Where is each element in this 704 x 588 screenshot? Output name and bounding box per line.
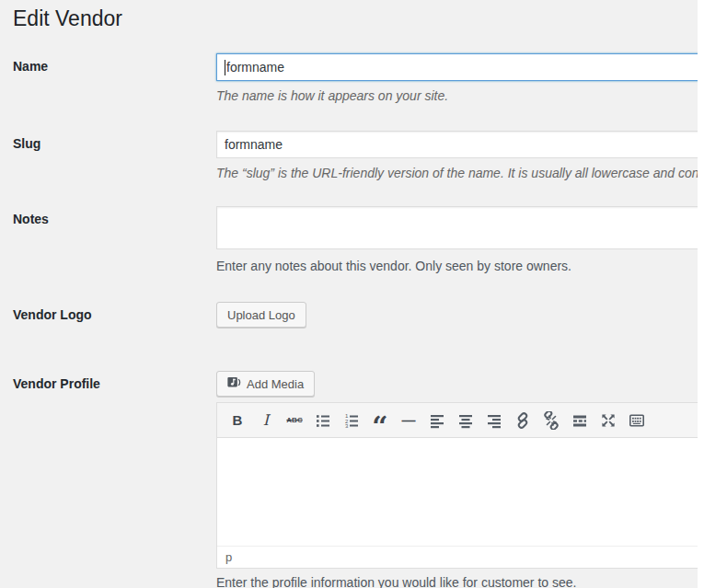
slug-label: Slug [13, 131, 216, 151]
edit-vendor-page: Edit Vendor Name formname The name is ho… [0, 0, 704, 588]
notes-row: Notes Enter any notes about this vendor.… [13, 206, 704, 273]
strikethrough-button[interactable]: ABC [282, 409, 307, 432]
bulleted-list-icon [314, 411, 332, 430]
read-more-icon [571, 411, 589, 430]
align-left-button[interactable] [424, 409, 450, 432]
vendor-logo-row: Vendor Logo Upload Logo [13, 302, 704, 328]
toolbar-toggle-button[interactable] [624, 409, 650, 432]
slug-row: Slug formname The “slug” is the URL-frie… [13, 131, 704, 180]
fullscreen-icon [599, 411, 617, 430]
read-more-button[interactable] [567, 409, 593, 432]
svg-text:3: 3 [345, 423, 349, 429]
insert-link-button[interactable] [510, 409, 536, 432]
bold-icon: B [233, 412, 243, 428]
editor-content-area[interactable] [217, 438, 703, 546]
page-title: Edit Vendor [13, 4, 704, 32]
slug-description: The “slug” is the URL-friendly version o… [216, 166, 704, 180]
numbered-list-button[interactable]: 123 [339, 409, 364, 432]
align-left-icon [428, 411, 446, 430]
notes-textarea[interactable] [216, 206, 704, 249]
notes-description: Enter any notes about this vendor. Only … [216, 259, 704, 273]
name-description: The name is how it appears on your site. [216, 88, 704, 103]
align-center-icon [456, 411, 475, 430]
italic-icon: I [263, 411, 269, 429]
profile-editor: B I ABC [216, 402, 704, 569]
vendor-profile-row: Vendor Profile Add Media B I [13, 371, 704, 588]
name-label: Name [13, 53, 216, 74]
slug-input[interactable]: formname [216, 131, 704, 158]
bulleted-list-button[interactable] [310, 409, 336, 432]
blockquote-button[interactable]: “ [367, 409, 393, 432]
horizontal-rule-icon: — [402, 412, 416, 428]
upload-logo-button-label: Upload Logo [227, 308, 295, 322]
fullscreen-button[interactable] [595, 409, 621, 432]
profile-description: Enter the profile information you would … [216, 575, 704, 588]
text-caret [225, 60, 225, 75]
vendor-profile-label: Vendor Profile [13, 371, 216, 391]
align-right-button[interactable] [481, 409, 507, 432]
remove-link-icon [542, 411, 560, 430]
name-input[interactable]: formname [216, 53, 704, 81]
bold-button[interactable]: B [225, 409, 250, 432]
strikethrough-icon: ABC [286, 416, 302, 424]
add-media-icon [227, 375, 241, 392]
editor-element-path[interactable]: p [225, 550, 232, 564]
editor-statusbar: p [217, 546, 703, 568]
add-media-button[interactable]: Add Media [216, 371, 315, 397]
vendor-logo-label: Vendor Logo [13, 302, 216, 322]
toolbar-toggle-icon [628, 411, 646, 430]
blockquote-icon: “ [372, 409, 387, 432]
name-row: Name formname The name is how it appears… [13, 53, 704, 103]
name-input-value: formname [226, 60, 284, 75]
insert-link-icon [514, 411, 532, 430]
upload-logo-button[interactable]: Upload Logo [216, 302, 306, 328]
align-right-icon [485, 411, 503, 430]
remove-link-button[interactable] [538, 409, 564, 432]
scrollbar-track[interactable] [698, 0, 704, 588]
editor-toolbar: B I ABC [217, 403, 703, 438]
horizontal-rule-button[interactable]: — [396, 409, 421, 432]
notes-label: Notes [13, 206, 216, 226]
add-media-button-label: Add Media [247, 377, 304, 391]
italic-button[interactable]: I [253, 409, 279, 432]
numbered-list-icon: 123 [342, 411, 361, 430]
align-center-button[interactable] [453, 409, 479, 432]
slug-input-value: formname [225, 137, 283, 152]
